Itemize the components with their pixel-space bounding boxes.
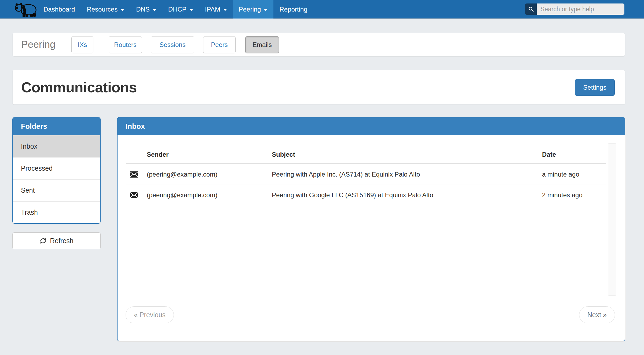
folder-item-label: Sent	[21, 186, 35, 194]
inbox-panel-title: Inbox	[126, 122, 145, 131]
chevron-down-icon	[120, 9, 124, 11]
nav-item-label: Reporting	[279, 6, 307, 13]
folder-item-label: Inbox	[21, 142, 37, 150]
nav-item-label: DNS	[136, 6, 150, 13]
row-sender: (peering@example.com)	[147, 191, 272, 199]
inbox-panel: Inbox Sender Subject Date	[117, 117, 625, 341]
row-sender: (peering@example.com)	[147, 171, 272, 178]
chevron-down-icon	[264, 9, 268, 11]
column-header-subject: Subject	[272, 151, 542, 158]
row-date: 2 minutes ago	[542, 191, 606, 199]
nav-item-label: Dashboard	[43, 6, 75, 13]
table-row[interactable]: (peering@example.com) Peering with Googl…	[126, 185, 606, 205]
tab-peers[interactable]: Peers	[203, 36, 236, 53]
page-header-panel: Communications Settings	[12, 70, 625, 105]
mail-table: Sender Subject Date (peering@example.com…	[126, 145, 606, 205]
nav-item-label: Peering	[239, 6, 261, 13]
nav-menu: Dashboard Resources DNS DHCP IPAM Peerin…	[38, 0, 313, 19]
search-input[interactable]	[537, 3, 624, 15]
app-window: Dashboard Resources DNS DHCP IPAM Peerin…	[0, 0, 644, 355]
mail-table-header-row: Sender Subject Date	[126, 145, 606, 164]
chevron-down-icon	[189, 9, 193, 11]
chevron-down-icon	[223, 9, 227, 11]
folder-item-processed[interactable]: Processed	[13, 157, 100, 179]
row-subject: Peering with Apple Inc. (AS714) at Equin…	[272, 171, 542, 178]
refresh-button-label: Refresh	[50, 237, 74, 245]
column-header-date: Date	[542, 151, 606, 158]
folder-item-sent[interactable]: Sent	[13, 179, 100, 201]
envelope-icon	[126, 171, 147, 178]
peering-tab-strip: Peering IXs Routers Sessions Peers Email…	[12, 33, 625, 56]
chevron-down-icon	[153, 9, 156, 11]
nav-item-label: IPAM	[205, 6, 220, 13]
folders-panel-header: Folders	[13, 118, 100, 135]
panda-logo[interactable]	[13, 2, 38, 17]
column-header-sender: Sender	[147, 151, 272, 158]
row-subject: Peering with Google LLC (AS15169) at Equ…	[272, 191, 542, 199]
nav-item-resources[interactable]: Resources	[81, 0, 130, 19]
refresh-button[interactable]: Refresh	[12, 232, 101, 249]
previous-page-button[interactable]: « Previous	[126, 306, 174, 323]
folder-item-label: Processed	[21, 164, 53, 172]
folder-item-inbox[interactable]: Inbox	[13, 135, 100, 157]
navbar-search	[525, 3, 624, 15]
nav-item-dashboard[interactable]: Dashboard	[38, 0, 81, 19]
nav-item-dhcp[interactable]: DHCP	[162, 0, 199, 19]
nav-item-dns[interactable]: DNS	[130, 0, 162, 19]
inbox-panel-header: Inbox	[118, 118, 625, 135]
top-navbar: Dashboard Resources DNS DHCP IPAM Peerin…	[0, 0, 644, 19]
folders-panel-title: Folders	[21, 122, 47, 131]
inbox-panel-body: Sender Subject Date (peering@example.com…	[118, 135, 625, 341]
nav-item-label: Resources	[87, 6, 118, 13]
next-page-button[interactable]: Next »	[579, 306, 615, 323]
nav-item-reporting[interactable]: Reporting	[273, 0, 313, 19]
folders-panel: Folders Inbox Processed Sent Trash	[12, 117, 101, 224]
tab-emails[interactable]: Emails	[245, 36, 279, 53]
folder-item-trash[interactable]: Trash	[13, 201, 100, 223]
folder-item-label: Trash	[21, 208, 38, 216]
nav-item-ipam[interactable]: IPAM	[199, 0, 233, 19]
nav-item-peering[interactable]: Peering	[233, 0, 274, 19]
envelope-icon	[126, 192, 147, 198]
table-row[interactable]: (peering@example.com) Peering with Apple…	[126, 164, 606, 185]
search-icon	[525, 3, 537, 15]
section-title: Peering	[21, 39, 56, 50]
refresh-icon	[39, 237, 47, 244]
row-date: a minute ago	[542, 171, 606, 178]
tab-routers[interactable]: Routers	[109, 36, 142, 53]
page-title: Communications	[21, 79, 137, 96]
nav-item-label: DHCP	[168, 6, 186, 13]
settings-button[interactable]: Settings	[575, 79, 615, 96]
tab-sessions[interactable]: Sessions	[151, 36, 194, 53]
table-scrollbar[interactable]	[608, 143, 616, 296]
tab-ixs[interactable]: IXs	[71, 36, 93, 53]
